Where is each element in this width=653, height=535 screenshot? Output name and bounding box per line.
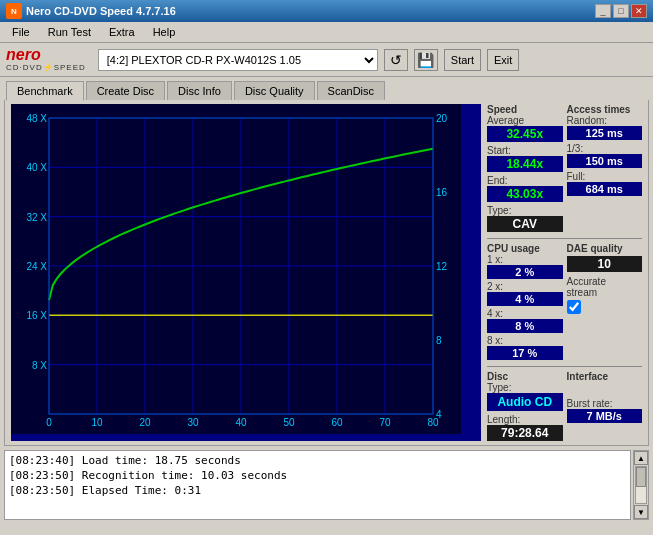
burst-label: Burst rate: bbox=[567, 398, 643, 409]
tab-benchmark[interactable]: Benchmark bbox=[6, 81, 84, 101]
end-value: 43.03x bbox=[487, 186, 563, 202]
speed-stats: Speed Average 32.45x Start: 18.44x End: … bbox=[487, 104, 563, 232]
cpu-2x-value: 4 % bbox=[487, 292, 563, 306]
log-entry-2: [08:23:50] Elapsed Time: 0:31 bbox=[9, 483, 626, 498]
interface-label: Interface bbox=[567, 371, 643, 382]
scroll-up-button[interactable]: ▲ bbox=[634, 451, 648, 465]
disc-section: Disc Type: Audio CD Length: 79:28.64 Int… bbox=[487, 366, 642, 441]
random-value: 125 ms bbox=[567, 126, 643, 140]
average-label: Average bbox=[487, 115, 563, 126]
access-times-label: Access times bbox=[567, 104, 643, 115]
tab-scan-disc[interactable]: ScanDisc bbox=[317, 81, 385, 100]
window-controls: _ □ ✕ bbox=[595, 4, 647, 18]
drive-selector[interactable]: [4:2] PLEXTOR CD-R PX-W4012S 1.05 bbox=[98, 49, 378, 71]
end-label: End: bbox=[487, 175, 563, 186]
type-value: CAV bbox=[487, 216, 563, 232]
dae-value: 10 bbox=[567, 256, 643, 272]
menu-run-test[interactable]: Run Test bbox=[40, 24, 99, 40]
full-label: Full: bbox=[567, 171, 643, 182]
speed-access-row: Speed Average 32.45x Start: 18.44x End: … bbox=[487, 104, 642, 232]
start-value: 18.44x bbox=[487, 156, 563, 172]
disc-type-value: Audio CD bbox=[487, 393, 563, 411]
full-value: 684 ms bbox=[567, 182, 643, 196]
menu-file[interactable]: File bbox=[4, 24, 38, 40]
cpu-1x-label: 1 x: bbox=[487, 254, 563, 265]
cpu-8x-value: 17 % bbox=[487, 346, 563, 360]
access-times: Access times Random: 125 ms 1/3: 150 ms … bbox=[567, 104, 643, 232]
scroll-track bbox=[635, 466, 647, 504]
cpu-2x-label: 2 x: bbox=[487, 281, 563, 292]
app-icon: N bbox=[6, 3, 22, 19]
tab-disc-info[interactable]: Disc Info bbox=[167, 81, 232, 100]
save-button[interactable]: 💾 bbox=[414, 49, 438, 71]
cpu-4x-value: 8 % bbox=[487, 319, 563, 333]
third-value: 150 ms bbox=[567, 154, 643, 168]
menu-help[interactable]: Help bbox=[145, 24, 184, 40]
speed-chart bbox=[11, 104, 481, 441]
log-entry-1: [08:23:50] Recognition time: 10.03 secon… bbox=[9, 468, 626, 483]
cpu-8x-label: 8 x: bbox=[487, 335, 563, 346]
random-label: Random: bbox=[567, 115, 643, 126]
right-panel: Speed Average 32.45x Start: 18.44x End: … bbox=[487, 104, 642, 441]
average-value: 32.45x bbox=[487, 126, 563, 142]
accurate-stream-label: stream bbox=[567, 287, 643, 298]
tab-create-disc[interactable]: Create Disc bbox=[86, 81, 165, 100]
scroll-down-button[interactable]: ▼ bbox=[634, 505, 648, 519]
toolbar: nero CD·DVD⚡SPEED [4:2] PLEXTOR CD-R PX-… bbox=[0, 43, 653, 77]
disc-type-label: Type: bbox=[487, 382, 563, 393]
speed-label: Speed bbox=[487, 104, 563, 115]
title-bar: N Nero CD-DVD Speed 4.7.7.16 _ □ ✕ bbox=[0, 0, 653, 22]
tab-disc-quality[interactable]: Disc Quality bbox=[234, 81, 315, 100]
tab-bar: Benchmark Create Disc Disc Info Disc Qua… bbox=[0, 77, 653, 100]
disc-label: Disc bbox=[487, 371, 563, 382]
burst-value: 7 MB/s bbox=[567, 409, 643, 423]
log-area: [08:23:40] Load time: 18.75 seconds [08:… bbox=[4, 450, 649, 520]
accurate-stream-checkbox[interactable] bbox=[567, 300, 581, 314]
type-label: Type: bbox=[487, 205, 563, 216]
exit-button[interactable]: Exit bbox=[487, 49, 519, 71]
nero-logo: nero CD·DVD⚡SPEED bbox=[6, 47, 86, 72]
dae-quality-label: DAE quality bbox=[567, 243, 643, 254]
maximize-button[interactable]: □ bbox=[613, 4, 629, 18]
cpu-label: CPU usage bbox=[487, 243, 563, 254]
accurate-label: Accurate bbox=[567, 276, 643, 287]
menu-extra[interactable]: Extra bbox=[101, 24, 143, 40]
length-value: 79:28.64 bbox=[487, 425, 563, 441]
log-scrollbar[interactable]: ▲ ▼ bbox=[633, 450, 649, 520]
main-content: Speed Average 32.45x Start: 18.44x End: … bbox=[4, 100, 649, 446]
menu-bar: File Run Test Extra Help bbox=[0, 22, 653, 43]
cpu-1x-value: 2 % bbox=[487, 265, 563, 279]
start-button[interactable]: Start bbox=[444, 49, 481, 71]
refresh-button[interactable]: ↺ bbox=[384, 49, 408, 71]
log-text: [08:23:40] Load time: 18.75 seconds [08:… bbox=[4, 450, 631, 520]
scroll-thumb[interactable] bbox=[636, 467, 646, 487]
length-label: Length: bbox=[487, 414, 563, 425]
minimize-button[interactable]: _ bbox=[595, 4, 611, 18]
third-label: 1/3: bbox=[567, 143, 643, 154]
log-entry-0: [08:23:40] Load time: 18.75 seconds bbox=[9, 453, 626, 468]
cpu-4x-label: 4 x: bbox=[487, 308, 563, 319]
start-label: Start: bbox=[487, 145, 563, 156]
close-button[interactable]: ✕ bbox=[631, 4, 647, 18]
window-title: Nero CD-DVD Speed 4.7.7.16 bbox=[26, 5, 176, 17]
cpu-section: CPU usage 1 x: 2 % 2 x: 4 % 4 x: 8 % 8 x… bbox=[487, 238, 642, 360]
